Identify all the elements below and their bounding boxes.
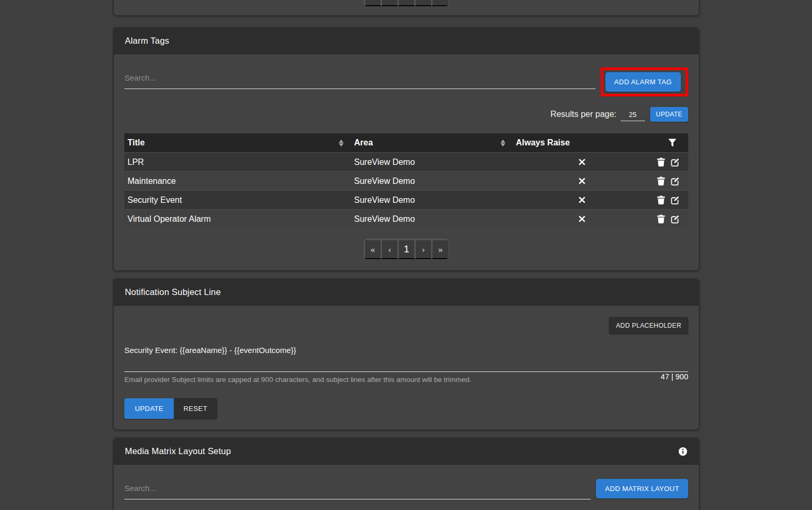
row-area: SureView Demo [351, 158, 513, 167]
pagination-clipped [364, 0, 449, 7]
x-mark-icon [579, 215, 585, 222]
character-count: 47 | 900 [661, 372, 688, 381]
add-matrix-layout-button[interactable]: ADD MATRIX LAYOUT [596, 479, 688, 498]
x-mark-icon [579, 159, 585, 165]
delete-icon [657, 214, 665, 223]
row-actions [651, 176, 688, 185]
alarm-tags-title: Alarm Tags [114, 28, 699, 54]
subject-line-field: Security Event: {{areaName}} - {{eventOu… [124, 335, 688, 372]
alarm-tags-search-input[interactable] [124, 65, 595, 89]
notification-subject-panel: Notification Subject Line ADD PLACEHOLDE… [113, 279, 699, 430]
pagination-previous-button[interactable]: ‹ [381, 239, 398, 259]
edit-button[interactable] [671, 158, 680, 166]
delete-button[interactable] [657, 176, 665, 185]
notification-subject-title: Notification Subject Line [114, 279, 699, 306]
annotation-red-box: ADD ALARM TAG [601, 67, 688, 96]
results-per-page-input[interactable] [621, 108, 645, 121]
pagination-page-button[interactable]: 1 [398, 239, 415, 259]
row-area: SureView Demo [351, 214, 513, 224]
previous-section-panel-clipped [113, 0, 699, 16]
pagination-button[interactable] [432, 0, 448, 6]
table-body: LPR SureView Demo Maintenance SureView D… [124, 152, 688, 228]
delete-button[interactable] [657, 195, 665, 204]
media-matrix-search-input[interactable] [124, 475, 591, 499]
pagination-first-button[interactable]: « [364, 239, 381, 259]
results-per-page-label: Results per page: [550, 110, 616, 119]
info-button[interactable] [678, 447, 688, 456]
table-row: Security Event SureView Demo [124, 190, 688, 209]
alarm-tags-panel: Alarm Tags ADD ALARM TAG Results per pag… [113, 27, 699, 271]
sort-icon[interactable] [338, 140, 344, 146]
table-row: LPR SureView Demo [124, 152, 688, 171]
column-header-title[interactable]: Title [124, 138, 351, 148]
delete-button[interactable] [657, 158, 665, 166]
pagination-button[interactable] [381, 0, 398, 6]
pagination-button[interactable] [398, 0, 415, 6]
filter-button[interactable] [668, 139, 677, 147]
table-row: Maintenance SureView Demo [124, 171, 688, 190]
row-title: Maintenance [124, 176, 351, 186]
edit-icon [671, 158, 680, 166]
table-header-row: Title Area Always Ra [124, 133, 688, 152]
alarm-tags-pagination: « ‹ 1 › » [364, 239, 449, 260]
edit-icon [671, 176, 680, 185]
delete-icon [657, 158, 665, 166]
row-always-raise [513, 159, 651, 165]
edit-button[interactable] [671, 176, 680, 185]
column-header-area[interactable]: Area [351, 138, 513, 148]
edit-icon [671, 214, 680, 223]
edit-icon [671, 195, 680, 204]
pagination-last-button[interactable]: » [432, 239, 448, 259]
row-actions [651, 214, 688, 223]
row-actions [651, 195, 688, 204]
column-header-actions [651, 139, 688, 147]
pagination-next-button[interactable]: › [415, 239, 432, 259]
edit-button[interactable] [671, 214, 680, 223]
table-row: Virtual Operator Alarm SureView Demo [124, 209, 688, 228]
edit-button[interactable] [671, 195, 680, 204]
filter-icon [668, 139, 677, 147]
add-placeholder-button[interactable]: ADD PLACEHOLDER [609, 317, 688, 334]
subject-helper-text: Email provider Subject limits are capped… [124, 376, 472, 384]
row-actions [651, 158, 688, 166]
row-title: Security Event [124, 195, 351, 205]
row-area: SureView Demo [351, 176, 513, 186]
row-always-raise [513, 197, 651, 203]
settings-page: Alarm Tags ADD ALARM TAG Results per pag… [113, 0, 699, 510]
row-title: LPR [124, 158, 351, 167]
alarm-tags-table: Title Area Always Ra [124, 133, 688, 228]
delete-icon [657, 176, 665, 185]
row-always-raise [513, 215, 651, 222]
info-icon [678, 447, 688, 456]
add-alarm-tag-button[interactable]: ADD ALARM TAG [605, 72, 681, 92]
column-header-always-raise: Always Raise [513, 138, 651, 148]
sort-icon[interactable] [500, 140, 506, 146]
x-mark-icon [579, 197, 585, 203]
media-matrix-panel: Media Matrix Layout Setup ADD MATRIX LAY… [113, 438, 699, 510]
x-mark-icon [579, 178, 585, 184]
subject-update-button[interactable]: UPDATE [124, 398, 174, 419]
subject-reset-button[interactable]: RESET [174, 398, 217, 419]
pagination-button[interactable] [364, 0, 381, 6]
delete-button[interactable] [657, 214, 665, 223]
row-always-raise [513, 178, 651, 184]
results-per-page-update-button[interactable]: UPDATE [650, 107, 688, 122]
media-matrix-title: Media Matrix Layout Setup [125, 446, 231, 456]
row-area: SureView Demo [351, 195, 513, 205]
pagination-button[interactable] [415, 0, 432, 6]
subject-line-input[interactable]: Security Event: {{areaName}} - {{eventOu… [124, 346, 688, 356]
row-title: Virtual Operator Alarm [124, 214, 351, 224]
delete-icon [657, 195, 665, 204]
